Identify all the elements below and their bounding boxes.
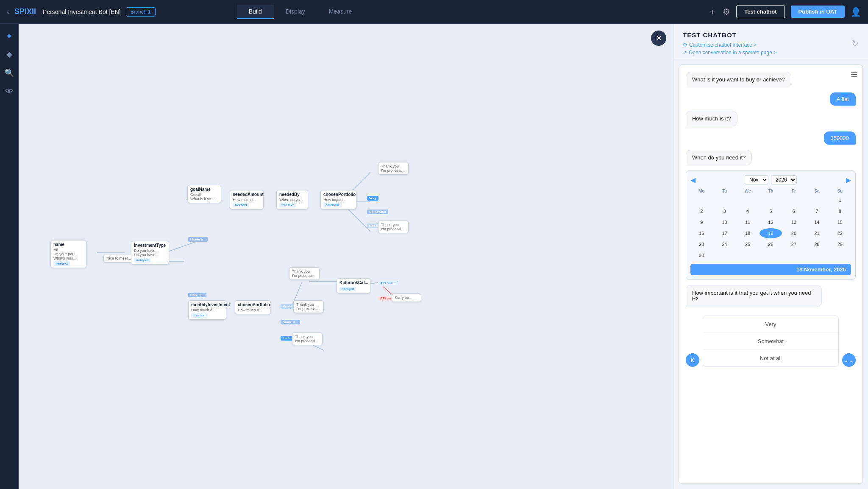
cal-day-22[interactable]: 22 — [829, 228, 851, 238]
cal-day-19[interactable]: 19 — [760, 228, 782, 238]
right-panel-links: ⚙ Customise chatbot interface > ↗ Open c… — [683, 42, 859, 56]
option-notatall[interactable]: Not at all — [703, 350, 838, 366]
cal-day-11[interactable]: 11 — [737, 217, 759, 227]
cal-year-dropdown[interactable]: 2026 — [771, 175, 797, 184]
option-somewhat[interactable]: Somewhat — [703, 333, 838, 350]
node-name[interactable]: name Hi! I'm your per... What's your... … — [50, 240, 86, 268]
day-header-tu: Tu — [713, 188, 735, 194]
cal-day-26[interactable]: 26 — [760, 239, 782, 249]
option-very[interactable]: Very — [703, 316, 838, 333]
cal-day-14[interactable]: 14 — [806, 217, 828, 227]
cal-day-13[interactable]: 13 — [783, 217, 805, 227]
cal-day-1[interactable]: 1 — [829, 195, 851, 205]
cal-day-25[interactable]: 25 — [737, 239, 759, 249]
day-header-mo: Mo — [690, 188, 712, 194]
tab-display[interactable]: Display — [274, 5, 317, 19]
cal-day-17[interactable]: 17 — [713, 228, 735, 238]
cal-day-6[interactable]: 6 — [783, 206, 805, 216]
cal-day-30[interactable]: 30 — [690, 250, 712, 260]
tag-someri[interactable]: Some ri... — [281, 317, 300, 325]
calendar-header: ◀ Nov 2026 ▶ — [690, 175, 851, 184]
node-neededamount[interactable]: neededAmount How much i... freetext — [230, 190, 264, 210]
tag-apisuc[interactable]: API suc... — [378, 278, 398, 286]
node-goalname[interactable]: goalName Great! What is it yo... — [187, 185, 221, 203]
cal-day-10[interactable]: 10 — [713, 217, 735, 227]
circle-icon[interactable]: ● — [7, 31, 11, 40]
cal-month-select: Nov 2026 — [745, 175, 797, 184]
open-conversation-link[interactable]: ↗ Open conversation in a sperate page > — [683, 50, 859, 56]
close-button[interactable]: ✕ — [651, 31, 666, 46]
search-icon[interactable]: 🔍 — [5, 68, 14, 78]
cal-day-18[interactable]: 18 — [737, 228, 759, 238]
cal-day-16[interactable]: 16 — [690, 228, 712, 238]
scroll-down-button[interactable]: ⌄⌄ — [842, 353, 856, 367]
node-chosenportfolio-bot[interactable]: chosenPortfolio How much n... — [235, 300, 271, 314]
cal-day-3[interactable]: 3 — [713, 206, 735, 216]
cal-next-button[interactable]: ▶ — [846, 176, 851, 184]
cal-day-23[interactable]: 23 — [690, 239, 712, 249]
cal-day-27[interactable]: 27 — [783, 239, 805, 249]
cal-day-empty — [806, 250, 828, 260]
node-thankyou-vl[interactable]: Thank you I'm processi... — [293, 300, 324, 313]
node-investmenttype[interactable]: investmentType Do you have... Do you hav… — [131, 241, 169, 265]
bot-bubble-1: What is it you want to buy or achieve? — [686, 72, 791, 87]
cal-prev-button[interactable]: ◀ — [690, 176, 696, 184]
node-sorrybu[interactable]: Sorry bu... — [392, 293, 421, 302]
node-thankyou-mid[interactable]: Thank you I'm processi... — [378, 221, 409, 233]
day-header-sa: Sa — [806, 188, 828, 194]
cal-day-12[interactable]: 12 — [760, 217, 782, 227]
cal-day-28[interactable]: 28 — [806, 239, 828, 249]
back-button[interactable]: ‹ — [7, 7, 9, 16]
chat-message-4: 350000 — [686, 131, 856, 145]
cal-day-7[interactable]: 7 — [806, 206, 828, 216]
node-thankyou-lr[interactable]: Thank you I'm processi... — [292, 333, 323, 345]
tab-build[interactable]: Build — [237, 5, 274, 19]
refresh-button[interactable]: ↻ — [851, 38, 859, 48]
node-chosenportfolio-top[interactable]: chosenPortfolio How import... calendar — [320, 190, 356, 210]
cal-day-2[interactable]: 2 — [690, 206, 712, 216]
day-header-we: We — [737, 188, 759, 194]
cal-day-20[interactable]: 20 — [783, 228, 805, 238]
left-sidebar: ● ◆ 🔍 👁 — [0, 24, 19, 489]
node-neededby[interactable]: neededBy When do yo... freetext — [276, 190, 308, 210]
calendar-widget[interactable]: ◀ Nov 2026 ▶ Mo Tu We Th — [686, 170, 856, 280]
tag-ihave[interactable]: I have a... — [188, 235, 208, 242]
node-thankyou-botleft[interactable]: Thank you I'm processi... — [289, 267, 320, 280]
cal-day-empty — [783, 195, 805, 205]
cal-month-dropdown[interactable]: Nov — [745, 175, 768, 184]
chat-menu-button[interactable]: ☰ — [851, 70, 857, 79]
main-layout: ● ◆ 🔍 👁 ✕ — [0, 24, 868, 489]
cal-day-4[interactable]: 4 — [737, 206, 759, 216]
cal-day-29[interactable]: 29 — [829, 239, 851, 249]
node-thankyou-top[interactable]: Thank you I'm processi... — [378, 162, 409, 175]
node-kidbrookcal[interactable]: KidbrookCal... noinput — [337, 278, 370, 293]
branch-button[interactable]: Branch 1 — [126, 7, 156, 17]
customise-link[interactable]: ⚙ Customise chatbot interface > — [683, 42, 859, 48]
chat-message-importance: How important is it that you get it when… — [686, 285, 856, 307]
user-avatar[interactable]: 👤 — [851, 7, 861, 17]
publish-button[interactable]: Publish in UAT — [791, 6, 845, 18]
add-icon[interactable]: ＋ — [708, 6, 717, 17]
cal-day-5[interactable]: 5 — [760, 206, 782, 216]
eye-icon[interactable]: 👁 — [6, 87, 13, 96]
settings-icon[interactable]: ⚙ — [723, 7, 730, 17]
cal-day-21[interactable]: 21 — [806, 228, 828, 238]
cal-day-15[interactable]: 15 — [829, 217, 851, 227]
tab-measure[interactable]: Measure — [317, 5, 364, 19]
cal-day-24[interactable]: 24 — [713, 239, 735, 249]
cal-day-9[interactable]: 9 — [690, 217, 712, 227]
canvas-area[interactable]: ✕ name Hi! I'm yo — [19, 24, 673, 489]
test-chatbot-button[interactable]: Test chatbot — [736, 5, 785, 18]
chat-message-1: What is it you want to buy or achieve? — [686, 72, 856, 87]
bot-bubble-3: When do you need it? — [686, 150, 752, 165]
user-bubble-1: A flat — [830, 92, 856, 106]
test-chatbot-title: TEST CHATBOT — [683, 31, 859, 39]
diamond-icon[interactable]: ◆ — [6, 50, 12, 59]
tag-very[interactable]: Very — [367, 193, 378, 201]
tag-somewhat[interactable]: Somewhat — [367, 207, 388, 215]
tag-nah[interactable]: Nah, I j... — [188, 290, 206, 298]
chat-area[interactable]: ☰ What is it you want to buy or achieve?… — [679, 64, 863, 484]
day-header-th: Th — [760, 188, 782, 194]
node-monthlyinvestment[interactable]: monthlyInvestment How much d... freetext — [188, 300, 226, 320]
cal-day-8[interactable]: 8 — [829, 206, 851, 216]
